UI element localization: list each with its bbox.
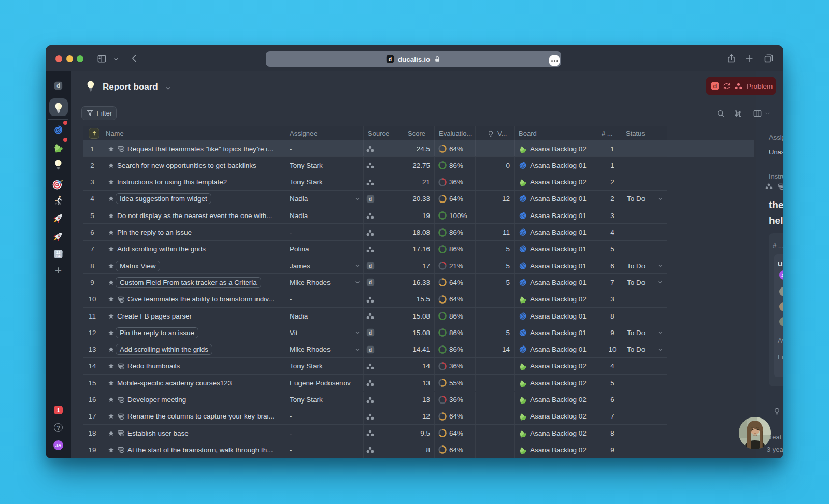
svg-text:d: d <box>713 83 717 89</box>
svg-text:d: d <box>389 56 392 62</box>
